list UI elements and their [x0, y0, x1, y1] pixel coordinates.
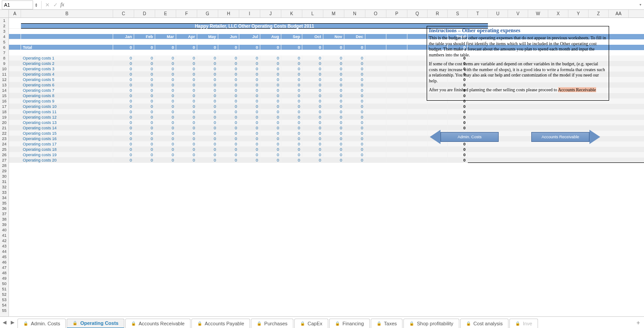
row-header-33[interactable]: 33 — [0, 190, 8, 195]
cost-item-value[interactable]: 0 — [239, 125, 260, 131]
cost-item-value[interactable]: 0 — [302, 61, 323, 66]
cost-item-value[interactable]: 0 — [218, 158, 239, 163]
cost-item-value[interactable]: 0 — [197, 136, 218, 141]
row-header-26[interactable]: 26 — [0, 152, 8, 158]
cost-item-value[interactable]: 0 — [134, 158, 155, 163]
cost-item-label[interactable]: Operating costs 11 — [21, 109, 113, 115]
sheet-tab[interactable]: 🔒Operating Costs — [67, 319, 124, 328]
cost-item-value[interactable]: 0 — [323, 77, 344, 82]
row-header-19[interactable]: 19 — [0, 115, 8, 120]
cost-item-value[interactable]: 0 — [344, 98, 365, 104]
cost-item-value[interactable]: 0 — [134, 61, 155, 66]
cost-item-value[interactable]: 0 — [197, 152, 218, 158]
cost-item-value[interactable]: 0 — [155, 152, 176, 158]
sheet-tab[interactable]: 🔒Accounts Payable — [191, 319, 250, 328]
cost-item-value[interactable]: 0 — [281, 147, 302, 152]
cost-item-value[interactable]: 0 — [281, 66, 302, 72]
cost-item-value[interactable]: 0 — [302, 82, 323, 88]
cells-area[interactable]: Instructions – Other operating expenses … — [9, 18, 644, 316]
cost-item-value[interactable]: 0 — [344, 136, 365, 141]
row-header-39[interactable]: 39 — [0, 222, 8, 227]
cost-item-value[interactable]: 0 — [176, 93, 197, 98]
cost-item-value[interactable]: 0 — [176, 147, 197, 152]
cost-item-value[interactable]: 0 — [155, 131, 176, 136]
cost-item-value[interactable]: 0 — [155, 77, 176, 82]
row-header-48[interactable]: 48 — [0, 270, 8, 276]
cost-item-value[interactable]: 0 — [302, 109, 323, 115]
cost-item-value[interactable]: 0 — [134, 152, 155, 158]
cancel-formula-icon[interactable]: ✕ — [43, 1, 51, 9]
cost-item-value[interactable]: 0 — [113, 147, 134, 152]
cost-item-label[interactable]: Operating costs 12 — [21, 115, 113, 120]
cost-item-total[interactable]: 0 — [448, 152, 468, 158]
cost-item-value[interactable]: 0 — [113, 55, 134, 61]
cost-item-value[interactable]: 0 — [239, 82, 260, 88]
cost-item-value[interactable]: 0 — [260, 131, 281, 136]
cost-item-value[interactable]: 0 — [281, 152, 302, 158]
cost-item-value[interactable]: 0 — [113, 104, 134, 109]
col-header-S[interactable]: S — [448, 10, 468, 17]
cost-item-value[interactable]: 0 — [344, 77, 365, 82]
cost-item-value[interactable]: 0 — [176, 115, 197, 120]
row-header-38[interactable]: 38 — [0, 217, 8, 222]
cost-item-value[interactable]: 0 — [302, 98, 323, 104]
total-value[interactable]: 0 — [176, 45, 197, 50]
cost-item-value[interactable]: 0 — [302, 147, 323, 152]
cost-item-value[interactable]: 0 — [113, 93, 134, 98]
row-header-2[interactable]: 2 — [0, 23, 8, 29]
cost-item-value[interactable]: 0 — [239, 152, 260, 158]
row-header-21[interactable]: 21 — [0, 125, 8, 131]
row-header-34[interactable]: 34 — [0, 195, 8, 200]
cost-item-value[interactable]: 0 — [281, 136, 302, 141]
cost-item-value[interactable]: 0 — [260, 88, 281, 93]
col-header-C[interactable]: C — [113, 10, 134, 17]
cost-item-value[interactable]: 0 — [197, 131, 218, 136]
cost-item-value[interactable]: 0 — [113, 136, 134, 141]
sheet-nav-prev-icon[interactable]: ◀ — [3, 319, 6, 325]
cost-item-value[interactable]: 0 — [218, 125, 239, 131]
formula-expand-icon[interactable]: ▾ — [637, 3, 644, 7]
cost-item-value[interactable]: 0 — [344, 93, 365, 98]
cost-item-value[interactable]: 0 — [323, 88, 344, 93]
col-header-I[interactable]: I — [239, 10, 260, 17]
cost-item-total[interactable]: 0 — [448, 115, 468, 120]
row-header-31[interactable]: 31 — [0, 179, 8, 184]
cost-item-value[interactable]: 0 — [260, 61, 281, 66]
col-header-R[interactable]: R — [428, 10, 448, 17]
cost-item-value[interactable]: 0 — [344, 131, 365, 136]
cost-item-value[interactable]: 0 — [239, 120, 260, 125]
cost-item-value[interactable]: 0 — [323, 141, 344, 147]
cost-item-value[interactable]: 0 — [176, 98, 197, 104]
total-value[interactable]: 0 — [113, 45, 134, 50]
cost-item-value[interactable]: 0 — [260, 141, 281, 147]
cost-item-value[interactable]: 0 — [155, 158, 176, 163]
cost-item-value[interactable]: 0 — [218, 61, 239, 66]
cost-item-label[interactable]: Operating costs 16 — [21, 136, 113, 141]
cost-item-value[interactable]: 0 — [323, 66, 344, 72]
col-header-Z[interactable]: Z — [589, 10, 609, 17]
cost-item-value[interactable]: 0 — [176, 55, 197, 61]
cost-item-value[interactable]: 0 — [134, 147, 155, 152]
row-header-23[interactable]: 23 — [0, 136, 8, 141]
cost-item-value[interactable]: 0 — [134, 131, 155, 136]
cost-item-value[interactable]: 0 — [197, 88, 218, 93]
cost-item-value[interactable]: 0 — [113, 61, 134, 66]
cost-item-value[interactable]: 0 — [302, 141, 323, 147]
col-header-W[interactable]: W — [528, 10, 548, 17]
cost-item-value[interactable]: 0 — [281, 82, 302, 88]
cost-item-value[interactable]: 0 — [113, 109, 134, 115]
total-value[interactable]: 0 — [260, 45, 281, 50]
cost-item-value[interactable]: 0 — [344, 152, 365, 158]
cost-item-value[interactable]: 0 — [176, 72, 197, 77]
cost-item-value[interactable]: 0 — [281, 120, 302, 125]
cost-item-value[interactable]: 0 — [134, 77, 155, 82]
cost-item-value[interactable]: 0 — [176, 158, 197, 163]
row-header-49[interactable]: 49 — [0, 276, 8, 281]
cost-item-value[interactable]: 0 — [155, 147, 176, 152]
cost-item-value[interactable]: 0 — [344, 55, 365, 61]
cost-item-value[interactable]: 0 — [134, 115, 155, 120]
cost-item-value[interactable]: 0 — [176, 109, 197, 115]
cost-item-value[interactable]: 0 — [239, 136, 260, 141]
cost-item-value[interactable]: 0 — [155, 55, 176, 61]
accept-formula-icon[interactable]: ✓ — [51, 1, 59, 9]
